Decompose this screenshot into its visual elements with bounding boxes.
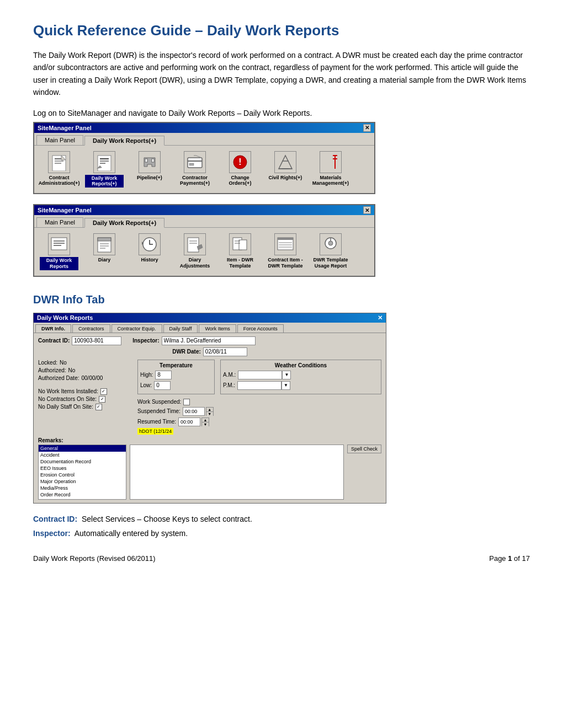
svg-rect-12 <box>189 163 194 165</box>
remarks-item-major-op[interactable]: Major Operation <box>39 478 126 485</box>
remarks-item-order-record[interactable]: Order Record <box>39 491 126 498</box>
svg-point-44 <box>328 241 333 245</box>
dwr-tab-daily-staff[interactable]: Daily Staff <box>163 324 198 333</box>
dwr-main-grid: Locked: No Authorized: No Authorized Dat… <box>38 360 381 434</box>
sitemanager-panel-1: SiteManager Panel ✕ Main Panel Daily Wor… <box>33 122 375 195</box>
panel2-icon-diary-adj-box <box>184 233 206 255</box>
suspended-time-input[interactable] <box>183 407 205 416</box>
panel2-icon-contract-item-dwr[interactable]: Contract Item - DWR Template <box>266 233 305 269</box>
remarks-item-general[interactable]: General <box>39 445 126 452</box>
panel2-icon-history-box <box>139 233 161 255</box>
footer-left: Daily Work Reports (Revised 06/2011) <box>33 554 156 563</box>
remarks-item-doc-record[interactable]: Documentation Record <box>39 458 126 465</box>
panel2-icons-row: Daily Work Reports Diary History <box>40 233 369 270</box>
resumed-spinner-down[interactable]: ▼ <box>202 422 209 426</box>
high-input[interactable] <box>155 371 172 379</box>
no-contractors-label: No Contractors On Site: <box>38 396 97 402</box>
panel2-icon-dwr[interactable]: Daily Work Reports <box>40 233 78 270</box>
dwr-section-title: DWR Info Tab <box>33 293 530 306</box>
panel1-content: Contract Administration(+) Daily Work Re… <box>34 146 374 194</box>
low-input[interactable] <box>154 381 171 390</box>
panel1-icon-pipeline[interactable]: Pipeline(+) <box>130 151 169 181</box>
panel1-tabs: Main Panel Daily Work Reports(+) <box>34 133 374 146</box>
resumed-time-spinner: ▲ ▼ <box>178 417 209 426</box>
no-work-label: No Work Items Installed: <box>38 388 98 394</box>
panel1-icon-contractor-payments[interactable]: Contractor Payments(+) <box>176 151 214 187</box>
low-label: Low: <box>140 382 152 388</box>
remarks-label: Remarks: <box>38 437 379 443</box>
am-input[interactable] <box>238 371 282 379</box>
am-dropdown-arrow[interactable]: ▼ <box>282 371 291 379</box>
panel2-tab-dwr[interactable]: Daily Work Reports(+) <box>84 218 164 228</box>
remarks-item-erosion[interactable]: Erosion Control <box>39 472 126 478</box>
panel2-content: Daily Work Reports Diary History <box>34 228 374 276</box>
remarks-list[interactable]: General Accident Documentation Record EE… <box>38 445 126 500</box>
work-suspended-label: Work Suspended: <box>137 399 181 405</box>
no-contractors-row: No Contractors On Site: ✓ <box>38 396 132 403</box>
resumed-time-input[interactable] <box>178 417 200 426</box>
panel1-tab-dwr[interactable]: Daily Work Reports(+) <box>84 136 164 146</box>
remarks-item-eeo[interactable]: EEO Issues <box>39 465 126 472</box>
dwr-tab-contractors[interactable]: Contractors <box>72 324 110 333</box>
panel2-close-button[interactable]: ✕ <box>363 206 371 214</box>
panel1-icon-contract-admin[interactable]: Contract Administration(+) <box>40 151 78 187</box>
no-staff-checkbox[interactable]: ✓ <box>95 404 102 410</box>
pm-dropdown-arrow[interactable]: ▼ <box>282 381 290 390</box>
high-label: High: <box>140 372 153 378</box>
am-label: A.M.: <box>223 372 236 378</box>
dwr-tab-contractor-equip[interactable]: Contractor Equip. <box>111 324 162 333</box>
panel2-icon-dwr-box <box>48 233 70 255</box>
suspended-spinner-up[interactable]: ▲ <box>206 408 213 412</box>
panel1-icon-dwr[interactable]: Daily Work Reports(+) <box>85 151 124 188</box>
dwr-tab-info[interactable]: DWR Info. <box>35 324 71 333</box>
panel2-icon-diary[interactable]: Diary <box>85 233 124 263</box>
remarks-item-media[interactable]: Media/Press <box>39 485 126 491</box>
dwr-panel-titlebar: Daily Work Reports ✕ <box>34 313 386 323</box>
no-work-checkbox[interactable]: ✓ <box>100 388 107 395</box>
suspended-spinner-arrows: ▲ ▼ <box>206 407 214 416</box>
panel2-titlebar: SiteManager Panel ✕ <box>34 205 374 215</box>
panel2-label-contract-item-dwr: Contract Item - DWR Template <box>266 257 305 269</box>
remarks-item-accident[interactable]: Accident <box>39 452 126 458</box>
resumed-spinner-arrows: ▲ ▼ <box>201 417 209 426</box>
panel1-icon-change-orders[interactable]: ! Change Orders(+) <box>221 151 259 187</box>
dwr-close-button[interactable]: ✕ <box>378 314 383 322</box>
dwr-tabs-row: DWR Info. Contractors Contractor Equip. … <box>34 323 386 333</box>
remarks-item-order-specific[interactable]: Order Record - Specifi <box>39 498 126 500</box>
remarks-section: Remarks: General Accident Documentation … <box>38 437 381 500</box>
panel2-icon-item-dwr[interactable]: Item - DWR Template <box>221 233 259 269</box>
dwr-row-date: DWR Date: <box>38 347 381 356</box>
panel2-icon-diary-adj[interactable]: Diary Adjustments <box>176 233 214 269</box>
no-contractors-checkbox[interactable]: ✓ <box>99 396 105 403</box>
remarks-textarea[interactable] <box>130 445 344 500</box>
panel1-label-contractor-payments: Contractor Payments(+) <box>176 175 214 187</box>
svg-rect-8 <box>145 159 147 162</box>
dwr-date-input[interactable] <box>203 347 247 356</box>
panel2-tab-main[interactable]: Main Panel <box>36 217 83 227</box>
contract-id-bold-label: Contract ID: <box>33 515 77 523</box>
highlight-container: hDOT (12/1/24 <box>137 428 215 434</box>
work-suspended-checkbox[interactable] <box>183 399 190 405</box>
pm-input[interactable] <box>237 381 282 390</box>
no-work-row: No Work Items Installed: ✓ <box>38 388 132 395</box>
panel1-tab-main[interactable]: Main Panel <box>36 135 83 145</box>
work-suspended-section: Work Suspended: Suspended Time: ▲ ▼ <box>137 399 215 434</box>
panel1-close-button[interactable]: ✕ <box>363 124 371 132</box>
svg-text:!: ! <box>238 157 241 167</box>
dwr-date-label: DWR Date: <box>172 349 201 355</box>
spell-check-button[interactable]: Spell Check <box>347 445 381 453</box>
panel1-icon-materials[interactable]: Materials Management(+) <box>311 151 350 187</box>
panel1-icon-civil-rights[interactable]: Civil Rights(+) <box>266 151 305 181</box>
panel2-icon-dwr-usage[interactable]: DWR Template Usage Report <box>311 233 350 269</box>
inspector-input[interactable] <box>162 336 256 345</box>
resumed-spinner-up[interactable]: ▲ <box>202 418 209 422</box>
contract-id-input[interactable] <box>72 336 121 345</box>
suspended-spinner-down[interactable]: ▼ <box>206 412 213 416</box>
panel2-icon-history[interactable]: History <box>130 233 169 263</box>
dwr-tab-force-accounts[interactable]: Force Accounts <box>237 324 284 333</box>
panel2-label-dwr: Daily Work Reports <box>40 257 78 270</box>
no-staff-label: No Daily Staff On Site: <box>38 404 93 410</box>
panel1-icon-dwr-box <box>93 151 115 173</box>
no-staff-row: No Daily Staff On Site: ✓ <box>38 404 132 410</box>
dwr-tab-work-items[interactable]: Work Items <box>199 324 236 333</box>
